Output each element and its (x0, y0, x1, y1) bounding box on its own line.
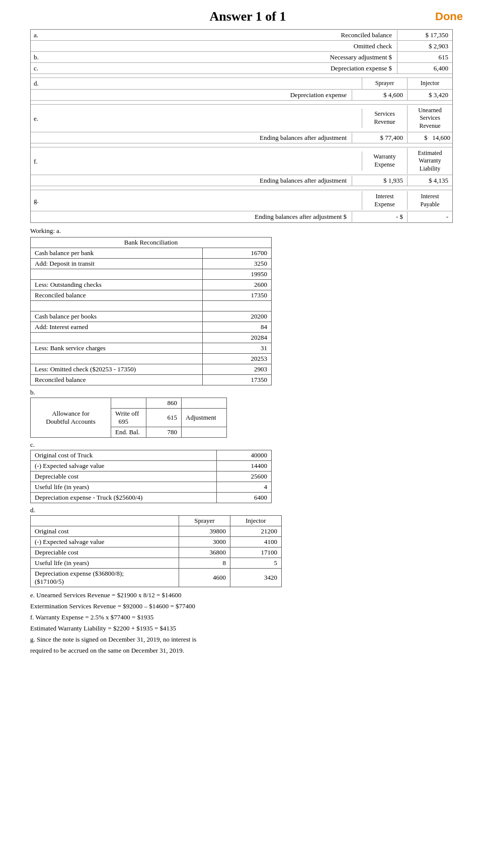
val-g1: - $ (352, 212, 407, 222)
cell: 615 (146, 409, 182, 427)
col-injector: Injector (230, 516, 281, 526)
table-row (31, 301, 272, 311)
table-row: Depreciation expense - Truck ($25600/4)6… (31, 493, 272, 503)
page-header: Answer 1 of 1 Done (0, 0, 483, 29)
desc-c: Depreciation expense $ (53, 63, 397, 73)
table-row: Useful life (in years)4 (31, 482, 272, 493)
val-f1: $ 1,935 (352, 176, 407, 186)
answer-row-e-header: e. Services Revenue Unearned Services Re… (31, 105, 452, 132)
header-interest-pay: Interest Payable (407, 191, 452, 210)
table-row: Depreciable cost 36800 17100 (31, 547, 282, 558)
allowance-header: Allowance forDoubtful Accounts (31, 398, 111, 438)
done-button[interactable]: Done (435, 10, 463, 23)
header-unearned-rev: Unearned Services Revenue (407, 105, 452, 132)
cell: Write off 695 (111, 409, 146, 427)
desc-b: Necessary adjustment $ (53, 52, 397, 62)
table-row: Less: Omitted check ($20253 - 17350)2903 (31, 364, 272, 375)
table-row: Add: Interest earned84 (31, 322, 272, 333)
table-row: Original cost 39800 21200 (31, 526, 282, 537)
header-interest-exp: Interest Expense (362, 191, 407, 210)
table-row: Useful life (in years) 8 5 (31, 558, 282, 569)
answer-row-c: c. Depreciation expense $ 6,400 (31, 63, 452, 74)
desc-a2: Omitted check (53, 41, 397, 51)
answer-row-g-data: Ending balances after adjustment $ - $ - (31, 211, 452, 222)
answer-row-a2: Omitted check $ 2,903 (31, 41, 452, 52)
working-label: Working: a. (30, 227, 453, 235)
bank-recon-title: Bank Reconciliation (31, 238, 272, 248)
desc-e: Ending balances after adjustment (53, 133, 352, 143)
val-g2: - (407, 212, 452, 222)
formulas-section: e. Unearned Services Revenue = $21900 x … (30, 591, 453, 655)
table-row: Allowance forDoubtful Accounts 860 (31, 398, 227, 409)
desc-f: Ending balances after adjustment (53, 176, 352, 186)
answer-row-f-header: f. Warranty Expense Estimated Warranty L… (31, 147, 452, 175)
formula-g1: g. Since the note is signed on December … (30, 636, 453, 644)
table-row: Original cost of Truck40000 (31, 450, 272, 461)
sprayer-table: Sprayer Injector Original cost 39800 212… (30, 515, 282, 587)
page-title: Answer 1 of 1 (60, 9, 435, 24)
answer-row-e-data: Ending balances after adjustment $ 77,40… (31, 132, 452, 143)
label-b: b. (31, 52, 53, 62)
table-row: Cash balance per books20200 (31, 311, 272, 322)
label-f-empty (31, 180, 53, 182)
table-row: Cash balance per bank16700 (31, 248, 272, 259)
val-a: $ 17,350 (397, 30, 452, 40)
val-d2: $ 3,420 (407, 90, 452, 100)
header-warranty-liab: Estimated Warranty Liability (407, 148, 452, 175)
table-row: (-) Expected salvage value14400 (31, 461, 272, 471)
answer-row-d-header: d. Sprayer Injector (31, 78, 452, 90)
working-section: Working: a. Bank Reconciliation Cash bal… (30, 227, 453, 655)
answer-section: a. Reconciled balance $ 17,350 Omitted c… (30, 29, 453, 223)
allowance-table: Allowance forDoubtful Accounts 860 Write… (30, 398, 227, 438)
cell (182, 427, 227, 438)
bank-reconciliation-table: Bank Reconciliation Cash balance per ban… (30, 237, 272, 385)
val-b: 615 (397, 52, 452, 62)
label-a2 (31, 45, 53, 47)
val-c: 6,400 (397, 63, 452, 73)
header-services-rev: Services Revenue (362, 109, 407, 127)
val-f2: $ 4,135 (407, 176, 452, 186)
header-warranty-exp: Warranty Expense (362, 151, 407, 170)
d-label: d. (30, 506, 453, 514)
formula-f1: f. Warranty Expense = 2.5% x $77400 = $1… (30, 613, 453, 621)
col-sprayer: Sprayer (179, 516, 230, 526)
answer-row-f-data: Ending balances after adjustment $ 1,935… (31, 175, 452, 186)
answer-row-b: b. Necessary adjustment $ 615 (31, 52, 452, 63)
formula-f2: Estimated Warranty Liability = $2200 + $… (30, 624, 453, 633)
c-label: c. (30, 441, 453, 449)
formula-g2: required to be accrued on the same on De… (30, 647, 453, 655)
desc-a: Reconciled balance (53, 30, 397, 40)
answer-row-a: a. Reconciled balance $ 17,350 (31, 30, 452, 41)
table-row: Add: Deposit in transit3250 (31, 259, 272, 269)
spacer-3 (31, 143, 452, 147)
header-injector: Injector (407, 78, 452, 89)
table-row: Less: Bank service charges31 (31, 343, 272, 354)
label-d-empty (31, 94, 53, 96)
label-f: f. (31, 156, 362, 167)
cell: Adjustment (182, 409, 227, 427)
table-row: Bank Reconciliation (31, 238, 272, 248)
spacer-1 (31, 74, 452, 78)
table-row: 20284 (31, 333, 272, 343)
val-e1: $ 77,400 (352, 133, 407, 143)
val-a2: $ 2,903 (397, 41, 452, 51)
header-sprayer: Sprayer (362, 78, 407, 89)
label-g-empty (31, 216, 53, 218)
answer-row-d-data: Depreciation expense $ 4,600 $ 3,420 (31, 90, 452, 101)
table-row: 20253 (31, 354, 272, 364)
cell (111, 398, 146, 409)
truck-depreciation-table: Original cost of Truck40000 (-) Expected… (30, 450, 272, 503)
formula-e1: e. Unearned Services Revenue = $21900 x … (30, 591, 453, 599)
table-row: Reconciled balance17350 (31, 290, 272, 301)
cell (182, 398, 227, 409)
label-e-empty (31, 137, 53, 139)
table-row: Less: Outstanding checks2600 (31, 280, 272, 290)
b-label: b. (30, 388, 453, 397)
table-row: (-) Expected salvage value 3000 4100 (31, 537, 282, 547)
label-a: a. (31, 30, 53, 40)
val-d1: $ 4,600 (352, 90, 407, 100)
answer-row-g-header: g. Interest Expense Interest Payable (31, 190, 452, 211)
val-e2: $ 14,600 (407, 133, 452, 143)
desc-d: Depreciation expense (53, 90, 352, 100)
table-row: Depreciation expense ($36800/8);($17100/… (31, 569, 282, 587)
